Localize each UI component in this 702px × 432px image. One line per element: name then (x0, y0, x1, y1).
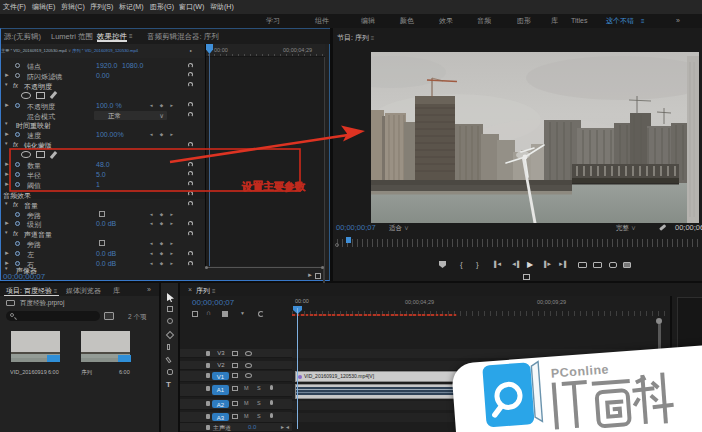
svg-text:PConline: PConline (550, 362, 609, 380)
